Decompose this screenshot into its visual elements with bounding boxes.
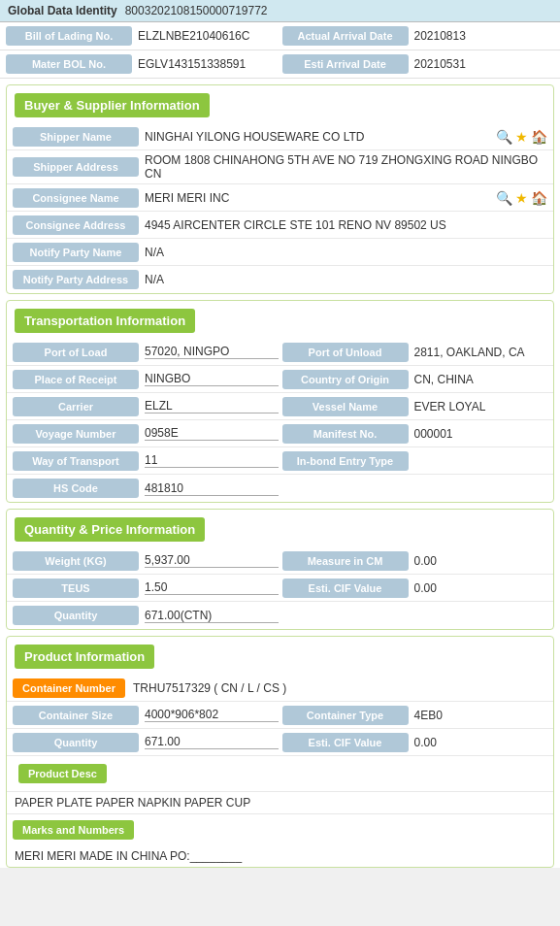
transport-row-2: Carrier ELZL Vessel Name EVER LOYAL [7, 393, 553, 420]
weight-value: 5,937.00 [145, 553, 279, 568]
container-number-value: TRHU7517329 ( CN / L / CS ) [133, 681, 547, 695]
esti-arrival-label: Esti Arrival Date [282, 54, 409, 74]
bill-of-lading-label: Bill of Lading No. [6, 26, 132, 46]
voyage-number-label: Voyage Number [13, 424, 139, 444]
mater-bol-value: EGLV143151338591 [138, 57, 279, 71]
weight-label: Weight (KG) [13, 551, 139, 571]
consignee-star-icon[interactable]: ★ [515, 190, 528, 206]
product-desc-text: PAPER PLATE PAPER NAPKIN PAPER CUP [7, 792, 553, 814]
shipper-icons: 🔍 ★ 🏠 [496, 129, 547, 145]
place-receipt-label: Place of Receipt [13, 370, 139, 389]
transport-row-0: Port of Load 57020, NINGPO Port of Unloa… [7, 339, 553, 366]
product-desc-button[interactable]: Product Desc [18, 764, 107, 783]
consignee-icons: 🔍 ★ 🏠 [496, 190, 547, 206]
inbond-entry-col: In-bond Entry Type [279, 451, 548, 471]
shipper-search-icon[interactable]: 🔍 [496, 129, 512, 145]
product-quantity-value: 671.00 [145, 735, 279, 749]
esti-arrival-value: 20210531 [414, 57, 555, 71]
container-type-value: 4EB0 [414, 709, 548, 722]
consignee-address-value: 4945 AIRCENTER CIRCLE STE 101 RENO NV 89… [145, 218, 547, 232]
voyage-number-col: Voyage Number 0958E [13, 424, 279, 444]
transportation-title: Transportation Information [15, 309, 195, 333]
notify-party-address-value: N/A [145, 273, 547, 286]
way-transport-label: Way of Transport [13, 451, 139, 471]
mater-bol-left: Mater BOL No. EGLV143151338591 [6, 54, 279, 74]
notify-party-name-row: Notify Party Name N/A [7, 239, 553, 266]
header-row-2: Mater BOL No. EGLV143151338591 Esti Arri… [0, 50, 560, 79]
teus-value: 1.50 [145, 580, 279, 595]
port-unload-label: Port of Unload [282, 343, 409, 362]
place-receipt-col: Place of Receipt NINGBO [13, 370, 279, 389]
header-row-1: Bill of Lading No. ELZLNBE21040616C Actu… [0, 22, 560, 50]
qp-row-0: Weight (KG) 5,937.00 Measure in CM 0.00 [7, 547, 553, 575]
esti-cif-col: Esti. CIF Value 0.00 [279, 579, 548, 598]
weight-col: Weight (KG) 5,937.00 [13, 551, 279, 571]
product-esti-cif-value: 0.00 [414, 736, 548, 749]
product-esti-cif-col: Esti. CIF Value 0.00 [279, 733, 548, 752]
container-type-col: Container Type 4EB0 [279, 706, 548, 725]
container-number-button[interactable]: Container Number [13, 678, 125, 698]
product-quantity-label: Quantity [13, 733, 139, 752]
bill-of-lading-value: ELZLNBE21040616C [138, 29, 279, 43]
actual-arrival-right: Actual Arrival Date 20210813 [279, 26, 555, 46]
consignee-address-row: Consignee Address 4945 AIRCENTER CIRCLE … [7, 212, 553, 239]
quantity-price-section: Quantity & Price Information Weight (KG)… [6, 509, 554, 630]
quantity-value: 671.00(CTN) [145, 609, 279, 623]
global-id-label: Global Data Identity [8, 4, 117, 17]
quantity-col: Quantity 671.00(CTN) [13, 606, 279, 625]
hs-code-col: HS Code 481810 [13, 479, 279, 498]
container-size-label: Container Size [13, 706, 139, 725]
qp-row-2: Quantity 671.00(CTN) [7, 602, 553, 629]
shipper-star-icon[interactable]: ★ [515, 129, 528, 145]
manifest-no-label: Manifest No. [282, 424, 409, 444]
page-wrap: Global Data Identity 8003202108150000719… [0, 0, 560, 868]
esti-cif-value: 0.00 [414, 581, 548, 595]
marks-and-numbers-button[interactable]: Marks and Numbers [13, 820, 134, 840]
carrier-col: Carrier ELZL [13, 397, 279, 416]
shipper-address-label: Shipper Address [13, 157, 139, 177]
global-id-value: 8003202108150000719772 [125, 4, 268, 17]
hs-code-label: HS Code [13, 479, 139, 498]
buyer-supplier-section: Buyer & Supplier Information Shipper Nam… [6, 84, 554, 294]
consignee-home-icon[interactable]: 🏠 [531, 190, 547, 206]
shipper-home-icon[interactable]: 🏠 [531, 129, 547, 145]
vessel-name-col: Vessel Name EVER LOYAL [279, 397, 548, 416]
voyage-number-value: 0958E [145, 426, 279, 441]
carrier-label: Carrier [13, 397, 139, 416]
vessel-name-value: EVER LOYAL [414, 400, 548, 413]
manifest-no-col: Manifest No. 000001 [279, 424, 548, 444]
marks-text: MERI MERI MADE IN CHINA PO:________ [7, 845, 553, 867]
product-section: Product Information Container Number TRH… [6, 636, 554, 868]
consignee-name-row: Consignee Name MERI MERI INC 🔍 ★ 🏠 [7, 184, 553, 212]
container-size-value: 4000*906*802 [145, 708, 279, 722]
country-origin-label: Country of Origin [282, 370, 409, 389]
port-load-label: Port of Load [13, 343, 139, 362]
manifest-no-value: 000001 [414, 427, 548, 441]
header-info-section: Bill of Lading No. ELZLNBE21040616C Actu… [0, 22, 560, 79]
measure-cm-col: Measure in CM 0.00 [279, 551, 548, 571]
way-transport-col: Way of Transport 11 [13, 451, 279, 471]
shipper-name-row: Shipper Name NINGHAI YILONG HOUSEWARE CO… [7, 123, 553, 150]
qp-row-1: TEUS 1.50 Esti. CIF Value 0.00 [7, 575, 553, 602]
consignee-name-label: Consignee Name [13, 188, 139, 208]
esti-cif-label: Esti. CIF Value [282, 579, 409, 598]
shipper-name-value: NINGHAI YILONG HOUSEWARE CO LTD [145, 130, 492, 144]
shipper-name-label: Shipper Name [13, 127, 139, 147]
port-load-col: Port of Load 57020, NINGPO [13, 343, 279, 362]
container-number-row: Container Number TRHU7517329 ( CN / L / … [7, 675, 553, 702]
product-esti-cif-label: Esti. CIF Value [282, 733, 409, 752]
global-id-bar: Global Data Identity 8003202108150000719… [0, 0, 560, 22]
marks-btn-row: Marks and Numbers [7, 814, 553, 845]
product-row-0: Container Size 4000*906*802 Container Ty… [7, 702, 553, 729]
bill-of-lading-left: Bill of Lading No. ELZLNBE21040616C [6, 26, 279, 46]
quantity-label: Quantity [13, 606, 139, 625]
consignee-search-icon[interactable]: 🔍 [496, 190, 512, 206]
teus-col: TEUS 1.50 [13, 579, 279, 598]
quantity-price-title: Quantity & Price Information [15, 517, 205, 542]
teus-label: TEUS [13, 579, 139, 598]
vessel-name-label: Vessel Name [282, 397, 409, 416]
notify-party-name-label: Notify Party Name [13, 243, 139, 262]
shipper-address-value: ROOM 1808 CHINAHONG 5TH AVE NO 719 ZHONG… [145, 153, 547, 181]
shipper-address-row: Shipper Address ROOM 1808 CHINAHONG 5TH … [7, 150, 553, 184]
notify-party-name-value: N/A [145, 246, 547, 259]
